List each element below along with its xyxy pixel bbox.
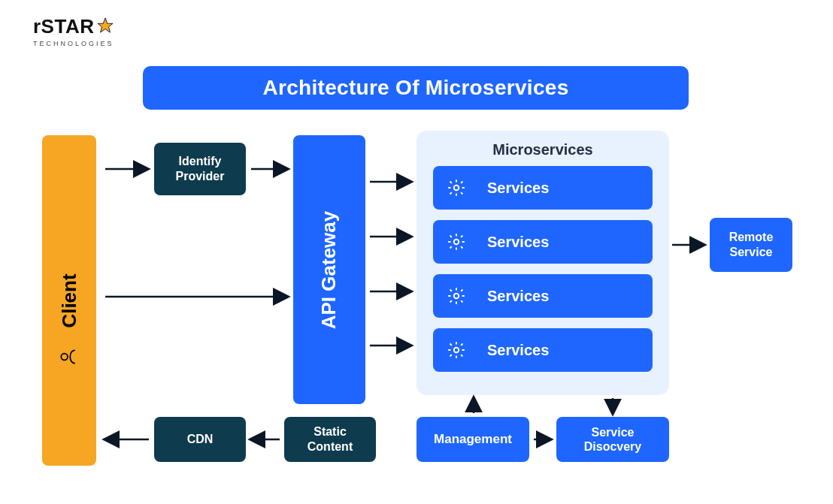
person-icon xyxy=(58,347,80,367)
service-label: Services xyxy=(487,180,549,197)
diagram-canvas: rSTAR TECHNOLOGIES Architecture Of Micro… xyxy=(0,0,833,504)
brand-subtitle: TECHNOLOGIES xyxy=(33,40,114,47)
api-gateway-block: API Gateway xyxy=(293,135,365,404)
cdn-label: CDN xyxy=(187,433,214,446)
svg-marker-0 xyxy=(98,17,113,32)
client-label: Client xyxy=(58,273,81,327)
identify-provider-label: Identify Provider xyxy=(162,154,238,184)
service-discovery-label: Service Disocvery xyxy=(564,425,662,454)
gear-icon xyxy=(447,232,466,252)
api-gateway-label: API Gateway xyxy=(318,210,341,329)
service-label: Services xyxy=(487,234,549,251)
brand-name: rSTAR xyxy=(33,15,94,38)
brand-logo-row: rSTAR xyxy=(33,15,114,38)
gear-icon xyxy=(447,178,466,198)
diagram-title: Architecture Of Microservices xyxy=(143,66,689,110)
service-label: Services xyxy=(487,342,549,359)
service-discovery-block: Service Disocvery xyxy=(556,417,669,462)
microservices-panel: Microservices Services Services xyxy=(416,131,669,395)
identify-provider-block: Identify Provider xyxy=(154,143,246,195)
service-item: Services xyxy=(433,328,653,372)
cdn-block: CDN xyxy=(154,417,246,462)
remote-service-block: Remote Service xyxy=(710,218,792,272)
static-content-label: Static Content xyxy=(292,424,368,454)
service-label: Services xyxy=(487,288,549,305)
client-block: Client xyxy=(42,135,96,466)
svg-point-5 xyxy=(454,348,459,353)
service-item: Services xyxy=(433,220,653,264)
microservices-title: Microservices xyxy=(433,141,653,158)
gear-icon xyxy=(447,286,466,306)
diagram-title-text: Architecture Of Microservices xyxy=(262,76,568,100)
service-item: Services xyxy=(433,274,653,318)
service-item: Services xyxy=(433,166,653,210)
svg-point-4 xyxy=(454,294,459,299)
svg-point-1 xyxy=(61,354,68,361)
svg-point-3 xyxy=(454,240,459,245)
gear-icon xyxy=(447,340,466,360)
star-icon xyxy=(97,17,114,37)
remote-service-label: Remote Service xyxy=(717,230,785,260)
management-label: Management xyxy=(434,432,512,447)
brand-logo: rSTAR TECHNOLOGIES xyxy=(33,15,114,47)
svg-point-2 xyxy=(454,186,459,191)
management-block: Management xyxy=(416,417,529,462)
static-content-block: Static Content xyxy=(284,417,376,462)
